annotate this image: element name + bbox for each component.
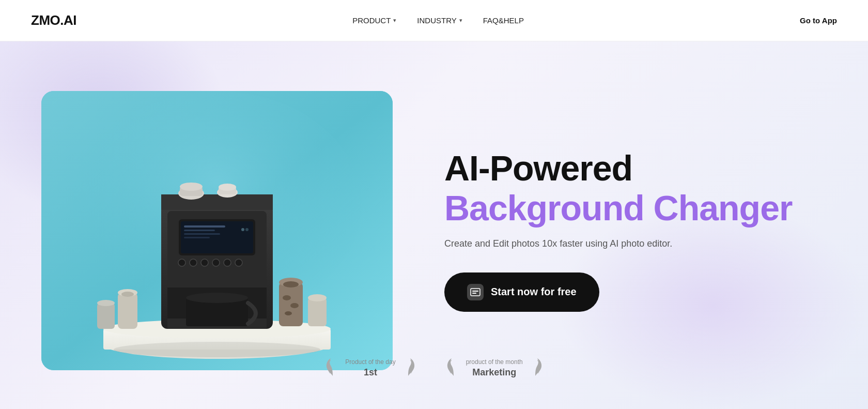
award-month: product of the month Marketing: [446, 356, 542, 381]
go-to-app-button[interactable]: Go to App: [800, 16, 837, 25]
svg-point-23: [212, 259, 220, 266]
hero-title-purple: Background Changer: [444, 188, 827, 228]
cta-icon: [467, 284, 484, 300]
laurel-right-icon-2: [528, 356, 542, 381]
svg-rect-48: [472, 293, 476, 294]
award-month-text: product of the month Marketing: [466, 358, 523, 378]
svg-point-9: [97, 300, 115, 306]
hero-image: [41, 91, 393, 370]
svg-point-40: [283, 295, 291, 300]
svg-rect-15: [184, 230, 215, 231]
svg-point-24: [224, 259, 231, 266]
svg-point-45: [114, 342, 320, 357]
hero-subtitle: Create and Edit photos 10x faster using …: [444, 238, 827, 249]
svg-point-39: [283, 281, 299, 287]
awards-bar: Product of the day 1st: [0, 356, 868, 381]
svg-rect-16: [184, 233, 220, 235]
logo[interactable]: ZMO.AI: [31, 12, 76, 28]
laurel-left-icon-2: [446, 356, 461, 381]
nav-faq[interactable]: FAQ&HELP: [483, 16, 524, 25]
svg-point-19: [245, 228, 249, 231]
svg-rect-30: [161, 194, 273, 210]
svg-rect-5: [118, 293, 137, 329]
svg-point-18: [241, 228, 244, 231]
svg-rect-43: [308, 298, 327, 326]
svg-point-44: [308, 294, 327, 301]
svg-point-20: [178, 259, 185, 266]
award-day: Product of the day 1st: [326, 356, 415, 381]
svg-rect-14: [184, 225, 225, 228]
svg-rect-17: [184, 237, 210, 238]
svg-rect-8: [97, 303, 115, 329]
nav-industry[interactable]: INDUSTRY ▾: [417, 16, 462, 25]
svg-point-41: [290, 303, 299, 308]
laurel-right-icon: [401, 356, 415, 381]
award-day-text: Product of the day 1st: [345, 358, 395, 378]
laurel-left-icon: [326, 356, 340, 381]
svg-point-22: [201, 259, 208, 266]
svg-point-42: [285, 311, 292, 315]
svg-point-21: [190, 259, 197, 266]
hero-title-black: AI-Powered: [444, 149, 827, 188]
hero-content: AI-Powered Background Changer Create and…: [393, 149, 827, 312]
svg-point-33: [180, 183, 203, 191]
nav-product[interactable]: PRODUCT ▾: [352, 16, 396, 25]
svg-rect-47: [472, 291, 478, 292]
chevron-down-icon: ▾: [459, 17, 462, 24]
svg-point-36: [219, 184, 236, 191]
hero-section: AI-Powered Background Changer Create and…: [0, 41, 868, 409]
svg-rect-37: [279, 282, 303, 326]
header: ZMO.AI PRODUCT ▾ INDUSTRY ▾ FAQ&HELP Go …: [0, 0, 868, 41]
svg-point-7: [121, 292, 134, 297]
svg-point-25: [235, 259, 242, 266]
nav: PRODUCT ▾ INDUSTRY ▾ FAQ&HELP: [352, 16, 524, 25]
hero-illustration: [41, 91, 393, 370]
chevron-down-icon: ▾: [393, 17, 396, 24]
svg-rect-46: [471, 289, 480, 296]
svg-point-29: [186, 293, 248, 303]
start-now-button[interactable]: Start now for free: [444, 272, 599, 312]
